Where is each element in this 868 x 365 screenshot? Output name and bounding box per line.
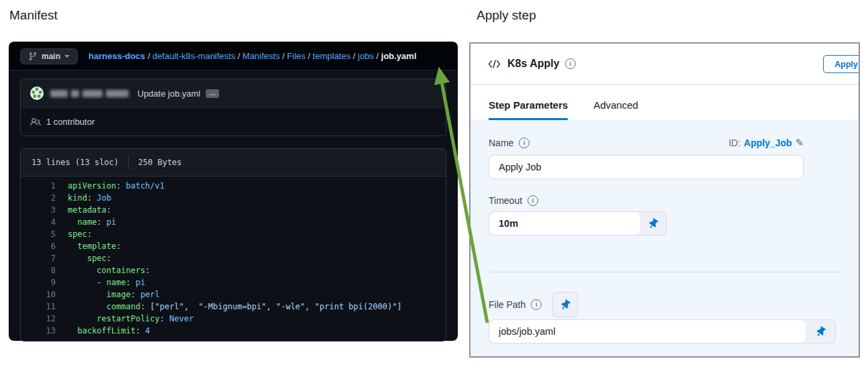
breadcrumb-separator: / bbox=[351, 51, 358, 61]
branch-selector-button[interactable]: main bbox=[20, 48, 78, 64]
tab-advanced[interactable]: Advanced bbox=[593, 99, 638, 120]
line-number[interactable]: 12 bbox=[21, 313, 68, 325]
code-text: apiVersion: batch/v1 bbox=[68, 180, 165, 192]
branch-name: main bbox=[42, 52, 60, 61]
breadcrumb: harness-docs / default-k8s-manifests / M… bbox=[88, 51, 416, 61]
breadcrumb-separator: / bbox=[280, 51, 287, 61]
timeout-label: Timeout i bbox=[489, 195, 538, 206]
code-text: template: bbox=[68, 240, 121, 252]
info-icon[interactable]: i bbox=[528, 195, 538, 206]
breadcrumb-link[interactable]: jobs bbox=[358, 51, 374, 61]
breadcrumb-link[interactable]: harness-docs bbox=[88, 51, 145, 61]
tab-step-parameters[interactable]: Step Parameters bbox=[489, 99, 568, 120]
info-icon[interactable]: i bbox=[519, 138, 530, 148]
git-branch-icon bbox=[28, 52, 38, 61]
line-number[interactable]: 2 bbox=[21, 192, 68, 204]
breadcrumb-separator: / bbox=[145, 51, 153, 61]
commit-message[interactable]: Update job.yaml bbox=[137, 89, 200, 99]
breadcrumb-link[interactable]: Files bbox=[287, 51, 305, 61]
commit-ellipsis-button[interactable]: ... bbox=[206, 89, 220, 98]
code-line: 13 backoffLimit: 4 bbox=[21, 325, 446, 337]
fixed-value-pin-icon[interactable] bbox=[640, 212, 666, 235]
fixed-value-pin-button[interactable] bbox=[552, 292, 578, 317]
breadcrumb-separator: / bbox=[306, 51, 313, 61]
code-line: 7 spec: bbox=[21, 252, 446, 264]
step-id-group: ID: Apply_Job ✎ bbox=[729, 137, 804, 149]
line-number[interactable]: 11 bbox=[21, 301, 68, 313]
step-panel-header: K8s Apply i Apply bbox=[471, 44, 859, 85]
breadcrumb-link[interactable]: default-k8s-manifests bbox=[152, 51, 235, 61]
code-line: 9 - name: pi bbox=[21, 276, 446, 289]
breadcrumb-link[interactable]: templates bbox=[313, 51, 351, 61]
file-content-box: 13 lines (13 sloc) 250 Bytes 1apiVersion… bbox=[20, 148, 446, 342]
code-text: containers: bbox=[68, 264, 150, 276]
id-label: ID: bbox=[729, 138, 741, 148]
step-id-link[interactable]: Apply_Job bbox=[744, 138, 792, 148]
code-text: metadata: bbox=[68, 204, 111, 216]
breadcrumb-link[interactable]: Manifests bbox=[243, 51, 280, 61]
code-text: restartPolicy: Never bbox=[68, 313, 194, 325]
line-number[interactable]: 13 bbox=[21, 325, 68, 337]
line-number[interactable]: 3 bbox=[21, 204, 68, 216]
avatar[interactable] bbox=[30, 87, 44, 100]
k8s-apply-step-panel: K8s Apply i Apply Step Parameters Advanc… bbox=[469, 42, 860, 358]
github-file-header-bar: main harness-docs / default-k8s-manifest… bbox=[9, 42, 457, 70]
fixed-value-pin-icon[interactable] bbox=[806, 320, 835, 343]
line-number[interactable]: 7 bbox=[21, 252, 68, 264]
file-size: 250 Bytes bbox=[138, 158, 182, 167]
info-icon[interactable]: i bbox=[531, 299, 542, 310]
line-number[interactable]: 10 bbox=[21, 289, 68, 301]
redacted-author-name bbox=[50, 90, 132, 97]
file-lines-count: 13 lines (13 sloc) bbox=[32, 158, 119, 167]
line-number[interactable]: 5 bbox=[21, 228, 68, 240]
code-step-icon bbox=[488, 59, 501, 69]
info-icon[interactable]: i bbox=[565, 58, 576, 69]
contributors-row: 1 contributor bbox=[21, 107, 446, 136]
section-divider bbox=[489, 272, 841, 272]
step-tabs: Step Parameters Advanced bbox=[471, 85, 859, 120]
divider bbox=[128, 156, 129, 169]
file-path-field-group bbox=[489, 319, 836, 344]
commit-row: Update job.yaml ... bbox=[21, 79, 446, 107]
apply-changes-button[interactable]: Apply bbox=[823, 55, 860, 73]
code-line: 3metadata: bbox=[21, 204, 446, 216]
code-line: 12 restartPolicy: Never bbox=[21, 313, 446, 325]
code-text: name: pi bbox=[68, 216, 116, 228]
code-text: command: ["perl", "-Mbignum=bpi", "-wle"… bbox=[68, 301, 402, 313]
code-line: 11 command: ["perl", "-Mbignum=bpi", "-w… bbox=[21, 301, 446, 313]
code-line: 8 containers: bbox=[21, 264, 446, 276]
line-number[interactable]: 1 bbox=[21, 180, 68, 192]
name-input[interactable] bbox=[489, 155, 804, 179]
breadcrumb-separator: / bbox=[374, 51, 381, 61]
people-icon bbox=[30, 117, 41, 127]
line-number[interactable]: 6 bbox=[21, 240, 68, 252]
file-path-input[interactable] bbox=[489, 320, 806, 343]
timeout-input[interactable] bbox=[489, 212, 640, 235]
code-text: backoffLimit: 4 bbox=[68, 325, 150, 337]
timeout-field-group bbox=[489, 211, 667, 236]
code-line: 6 template: bbox=[21, 240, 446, 252]
chevron-down-icon bbox=[64, 55, 70, 58]
contributor-count[interactable]: 1 contributor bbox=[46, 117, 95, 127]
name-label-text: Name bbox=[489, 138, 513, 148]
line-number[interactable]: 8 bbox=[21, 264, 68, 276]
line-number[interactable]: 4 bbox=[21, 216, 68, 228]
line-number[interactable]: 9 bbox=[21, 276, 68, 289]
latest-commit-box: Update job.yaml ... 1 contributor bbox=[20, 79, 446, 136]
code-line: 5spec: bbox=[21, 228, 446, 240]
step-parameters-content: Name i ID: Apply_Job ✎ Timeout i bbox=[471, 120, 859, 357]
file-meta-bar: 13 lines (13 sloc) 250 Bytes bbox=[21, 149, 446, 176]
code-text: kind: Job bbox=[68, 192, 111, 204]
github-file-panel: main harness-docs / default-k8s-manifest… bbox=[9, 42, 457, 340]
code-line: 1apiVersion: batch/v1 bbox=[21, 180, 446, 192]
step-title: K8s Apply bbox=[507, 58, 560, 70]
file-path-label: File Path i bbox=[489, 299, 542, 310]
code-text: spec: bbox=[68, 252, 111, 264]
code-lines: 1apiVersion: batch/v12kind: Job3metadata… bbox=[21, 176, 446, 341]
name-label: Name i bbox=[489, 138, 530, 148]
code-text: spec: bbox=[68, 228, 92, 240]
code-line: 2kind: Job bbox=[21, 192, 446, 204]
code-line: 4 name: pi bbox=[21, 216, 446, 228]
edit-id-pencil-icon[interactable]: ✎ bbox=[795, 137, 804, 149]
timeout-label-text: Timeout bbox=[489, 195, 522, 206]
